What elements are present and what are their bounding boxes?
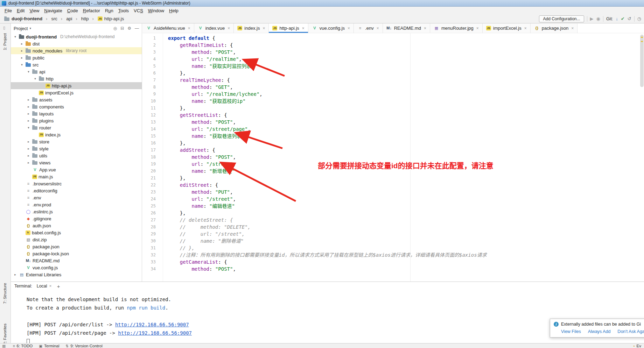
run-icon[interactable]: ▶	[590, 16, 594, 21]
code-text[interactable]: method: "GET",	[156, 84, 233, 91]
inspection-mark[interactable]	[641, 37, 643, 38]
breadcrumb-item-duoji-frontend[interactable]: duoji-frontend	[3, 16, 44, 21]
line-number[interactable]: 1	[142, 35, 156, 42]
breadcrumb-item-http[interactable]: http	[74, 16, 90, 21]
inspection-mark[interactable]	[641, 41, 643, 42]
chevron-right-icon[interactable]: ▸	[26, 161, 31, 164]
debug-icon[interactable]: ◉	[596, 16, 600, 21]
line-number[interactable]: 25	[142, 203, 156, 209]
tree-item-vue-config-js[interactable]: Vvue.config.js	[11, 264, 142, 271]
close-icon[interactable]: ×	[476, 26, 479, 31]
menu-item-navigate[interactable]: Navigate	[42, 8, 64, 14]
line-number[interactable]: 26	[142, 209, 156, 216]
line-number[interactable]: 19	[142, 161, 156, 168]
chevron-down-icon[interactable]: ▾	[33, 77, 37, 80]
chevron-right-icon[interactable]: ▸	[26, 119, 31, 122]
line-number[interactable]: 29	[142, 230, 156, 237]
chevron-right-icon[interactable]: ▸	[26, 112, 31, 115]
code-text[interactable]: //注释：所有用到删除的接口都需要拼接变量id，所以请求方式采用了挂载在原型链上…	[156, 251, 487, 258]
menu-item-help[interactable]: Help	[167, 8, 181, 14]
clock-icon[interactable]: ◷	[637, 16, 641, 21]
line-number[interactable]: 8	[142, 84, 156, 91]
code-text[interactable]: // name: "删除巷道"	[156, 237, 244, 244]
tree-item-env[interactable]: ≡.env	[11, 194, 142, 201]
code-text[interactable]: getRealTimeList: {	[156, 42, 233, 49]
chevron-down-icon[interactable]: ▾	[26, 126, 31, 129]
line-number[interactable]: 14	[142, 126, 156, 133]
chevron-down-icon[interactable]: ▾	[13, 35, 18, 38]
tab-asidemenu-vue[interactable]: VAsideMenu.vue×	[142, 23, 194, 33]
code-text[interactable]: // deleteStreet: {	[156, 216, 233, 223]
code-text[interactable]: method: "POST",	[156, 265, 236, 272]
tree-item-store[interactable]: ▸store	[11, 138, 142, 145]
line-number[interactable]: 24	[142, 196, 156, 203]
tree-item-dist-zip[interactable]: ▧dist.zip	[11, 236, 142, 243]
tree-item-main-js[interactable]: JSmain.js	[11, 173, 142, 180]
tree-item-http[interactable]: ▾http	[11, 75, 142, 82]
code-text[interactable]: export default {	[156, 35, 215, 42]
tab-env[interactable]: ≡.env×	[354, 23, 383, 33]
menu-item-view[interactable]: View	[27, 8, 42, 14]
breadcrumb-item-src[interactable]: src	[44, 16, 59, 21]
close-icon[interactable]: ×	[348, 26, 350, 31]
line-number[interactable]: 17	[142, 147, 156, 154]
tree-item-eslintrc-js[interactable]: ◯.eslintrc.js	[11, 208, 142, 215]
tree-item-node-modules[interactable]: ▸node_moduleslibrary root	[11, 47, 142, 54]
close-icon[interactable]: ×	[227, 26, 230, 31]
menu-item-tools[interactable]: Tools	[116, 8, 131, 14]
tree-item-readme-md[interactable]: M↓README.md	[11, 257, 142, 264]
line-number[interactable]: 33	[142, 258, 156, 265]
statusbar-item-terminal[interactable]: ▣Terminal	[39, 344, 59, 348]
close-icon[interactable]: ×	[188, 26, 190, 31]
line-number[interactable]: 30	[142, 237, 156, 244]
chevron-down-icon[interactable]: ▾	[20, 63, 24, 66]
tree-item-env-prod[interactable]: ≡.env.prod	[11, 201, 142, 208]
code-text[interactable]: // url: "/street",	[156, 230, 245, 237]
code-text[interactable]: realTimeLychee: {	[156, 77, 230, 84]
close-icon[interactable]: ×	[377, 26, 379, 31]
tree-item-layouts[interactable]: ▸layouts	[11, 110, 142, 117]
breadcrumb-item-http-api-js[interactable]: JShttp-api.js	[91, 16, 126, 21]
close-icon[interactable]: ×	[424, 26, 426, 31]
code-text[interactable]: getCameraList: {	[156, 258, 227, 265]
code-text[interactable]: },	[156, 140, 186, 147]
line-number[interactable]: 3	[142, 49, 156, 56]
line-number[interactable]: 27	[142, 216, 156, 223]
tool-window-switcher-icon[interactable]: ▦	[2, 344, 6, 348]
line-number[interactable]: 4	[142, 56, 156, 63]
code-text[interactable]: url: "/street/page",	[156, 126, 251, 133]
tree-item-browserslistrc[interactable]: ≡.browserslistrc	[11, 180, 142, 187]
editor-scrollbar[interactable]	[640, 35, 644, 87]
line-number[interactable]: 11	[142, 105, 156, 112]
code-text[interactable]: },	[156, 209, 186, 216]
project-panel-title[interactable]: Project	[14, 26, 28, 31]
tree-item-plugins[interactable]: ▸plugins	[11, 117, 142, 124]
code-text[interactable]: method: "POST",	[156, 119, 236, 126]
chevron-down-icon[interactable]: ▾	[29, 27, 31, 30]
tree-item-utils[interactable]: ▸utils	[11, 152, 142, 159]
code-text[interactable]: },	[156, 70, 186, 77]
line-number[interactable]: 6	[142, 70, 156, 77]
code-text[interactable]: addStreet: {	[156, 147, 215, 154]
tab-importexcel-js[interactable]: JSimportExcel.js×	[483, 23, 531, 33]
tree-item-importexcel-js[interactable]: JSimportExcel.js	[11, 89, 142, 96]
event-log-button[interactable]: ▪Ev	[634, 344, 641, 348]
code-text[interactable]: url: "/street",	[156, 196, 236, 203]
line-number[interactable]: 23	[142, 189, 156, 196]
menu-item-vcs[interactable]: VCS	[131, 8, 146, 14]
code-text[interactable]: url: "/realTime",	[156, 56, 242, 63]
code-text[interactable]: editStreet: {	[156, 182, 218, 189]
menu-item-window[interactable]: Window	[146, 8, 167, 14]
tab-index-vue[interactable]: Vindex.vue×	[194, 23, 234, 33]
tree-item-src[interactable]: ▾src	[11, 61, 142, 68]
tree-item-views[interactable]: ▸views	[11, 159, 142, 166]
chevron-right-icon[interactable]: ▸	[26, 105, 31, 108]
tab-readme-md[interactable]: M↓README.md×	[383, 23, 430, 33]
collapse-all-icon[interactable]: ⊟	[120, 26, 124, 31]
code-text[interactable]: // method: "DELETE",	[156, 223, 251, 230]
close-icon[interactable]: ×	[302, 26, 304, 31]
close-icon[interactable]: ×	[524, 26, 527, 31]
tool-button-favorites[interactable]: 2: Favorites	[3, 324, 7, 345]
menu-item-code[interactable]: Code	[65, 8, 80, 14]
terminal-tab-local[interactable]: Local ×	[34, 283, 54, 289]
